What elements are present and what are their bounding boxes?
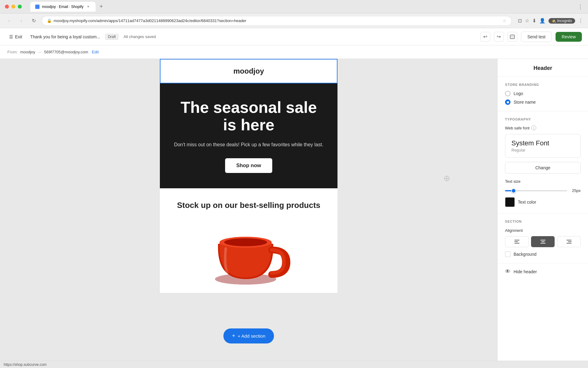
logo-radio-item[interactable]: Logo [505, 91, 581, 96]
profile-icon: 👤 [539, 18, 545, 24]
svg-point-5 [444, 176, 449, 181]
status-url: https://shop.subcurve.com [4, 362, 47, 367]
hamburger-icon: ☰ [9, 34, 13, 39]
tab-title: moodjoy · Email · Shopify [42, 5, 83, 9]
redo-button[interactable]: ↪ [494, 32, 504, 42]
store-branding-title: STORE BRANDING [505, 83, 581, 86]
window-controls-right: ⋮ [578, 3, 583, 10]
slider-thumb[interactable] [511, 188, 516, 193]
exit-button[interactable]: ☰ Exit [6, 33, 25, 41]
mac-minimize-button[interactable] [11, 5, 15, 9]
main-area: moodjoy The seasonal sale is here Don't … [0, 59, 588, 368]
text-size-label: Text size [505, 179, 521, 184]
typography-section: TYPOGRAPHY Web safe font i System Font R… [498, 111, 588, 213]
send-test-button[interactable]: Send test [521, 32, 552, 42]
slider-value: 25px [571, 188, 581, 193]
text-color-label: Text color [518, 200, 536, 205]
download-icon: ⬇ [532, 18, 536, 24]
align-left-button[interactable] [505, 236, 529, 247]
forward-button[interactable]: › [17, 17, 26, 25]
store-branding-section: STORE BRANDING Logo Store name [498, 77, 588, 111]
review-button[interactable]: Review [556, 32, 582, 42]
logo-radio-circle[interactable] [505, 91, 511, 96]
align-right-button[interactable] [557, 236, 581, 247]
web-safe-font-label: Web safe font [505, 126, 530, 130]
store-name-radio-label: Store name [514, 100, 536, 105]
preview-button[interactable] [507, 32, 517, 42]
extensions-icon: ⊡ [518, 18, 522, 24]
section-title: SECTION [505, 220, 581, 223]
plus-icon: + [232, 333, 236, 339]
background-checkbox[interactable] [505, 251, 511, 257]
tab-favicon [35, 5, 40, 9]
from-edit-link[interactable]: Edit [92, 50, 99, 54]
svg-point-4 [224, 238, 267, 246]
email-hero-section[interactable]: The seasonal sale is here Don't miss out… [160, 83, 337, 188]
slider-row: 25px [505, 188, 581, 193]
new-tab-button[interactable]: + [97, 2, 105, 11]
app-toolbar: ☰ Exit Thank you for being a loyal custo… [0, 28, 588, 45]
address-bar: ‹ › ↻ 🔒 moodjoy.myshopify.com/admin/apps… [0, 13, 588, 28]
draft-badge: Draft [105, 34, 119, 40]
url-text: moodjoy.myshopify.com/admin/apps/14711ad… [54, 18, 246, 23]
bookmark-mgr-icon: ☆ [525, 18, 529, 24]
store-name-radio-item[interactable]: Store name [505, 99, 581, 105]
hero-title: The seasonal sale is here [172, 99, 325, 134]
text-size-row: Text size [505, 178, 581, 184]
add-section-button[interactable]: + + Add section [224, 328, 274, 343]
email-header-section[interactable]: moodjoy [160, 59, 337, 83]
font-preview-box: System Font Regular [505, 134, 581, 158]
product-image [169, 219, 328, 287]
status-bar: https://shop.subcurve.com [0, 361, 588, 368]
store-name-radio-circle[interactable] [505, 99, 511, 105]
email-canvas: moodjoy The seasonal sale is here Don't … [0, 59, 497, 368]
mac-titlebar: moodjoy · Email · Shopify ✕ + ⋮ [0, 0, 588, 13]
email-products-section[interactable]: Stock up on our best-selling products [160, 188, 337, 293]
browser-tab-active[interactable]: moodjoy · Email · Shopify ✕ [30, 2, 96, 12]
from-bar: From: moodjoy — 569f7705@moodjoy.com Edi… [0, 45, 588, 59]
align-center-icon [540, 240, 546, 244]
eye-icon[interactable]: 👁 [505, 268, 511, 275]
background-label: Background [514, 252, 537, 257]
tab-area: moodjoy · Email · Shopify ✕ + [30, 2, 575, 12]
refresh-button[interactable]: ↻ [29, 17, 38, 25]
from-separator: — [38, 50, 42, 54]
info-icon: i [531, 125, 536, 130]
mug-svg [197, 219, 301, 287]
text-color-swatch[interactable] [505, 197, 515, 207]
url-bar-icons: ☆ [503, 18, 507, 23]
change-font-button[interactable]: Change [505, 162, 581, 174]
align-left-icon [514, 240, 520, 244]
toolbar-title: Thank you for being a loyal custom... [30, 34, 100, 39]
background-row: Background [505, 251, 581, 257]
cursor-indicator [444, 175, 450, 182]
mac-maximize-button[interactable] [18, 5, 22, 9]
alignment-group [505, 236, 581, 247]
saved-status: All changes saved [123, 34, 156, 39]
email-container: moodjoy The seasonal sale is here Don't … [160, 59, 337, 293]
font-name: System Font [511, 139, 574, 147]
url-bar[interactable]: 🔒 moodjoy.myshopify.com/admin/apps/14711… [42, 16, 512, 26]
web-safe-font-row: Web safe font i [505, 125, 581, 130]
back-button[interactable]: ‹ [5, 17, 13, 25]
slider-track[interactable] [505, 190, 567, 191]
products-title: Stock up on our best-selling products [169, 201, 328, 210]
toolbar-right: ↩ ↪ Send test Review [481, 32, 582, 42]
hero-description: Don't miss out on these deals! Pick up a… [172, 141, 325, 148]
shop-now-button[interactable]: Shop now [225, 158, 272, 173]
mac-close-button[interactable] [5, 5, 9, 9]
window-expand-icon: ⋮ [578, 3, 583, 10]
tab-close-button[interactable]: ✕ [86, 4, 91, 9]
svg-rect-1 [511, 36, 514, 38]
hide-header-label: Hide header [514, 269, 537, 274]
exit-label: Exit [15, 34, 22, 39]
align-center-button[interactable] [531, 236, 555, 247]
font-style: Regular [511, 148, 574, 152]
align-right-icon [566, 240, 572, 244]
lock-icon: 🔒 [47, 18, 52, 23]
logo-radio-label: Logo [514, 91, 523, 96]
email-store-name: moodjoy [233, 67, 264, 75]
from-email: 569f7705@moodjoy.com [44, 50, 88, 54]
undo-button[interactable]: ↩ [481, 32, 490, 42]
panel-title: Header [498, 59, 588, 77]
